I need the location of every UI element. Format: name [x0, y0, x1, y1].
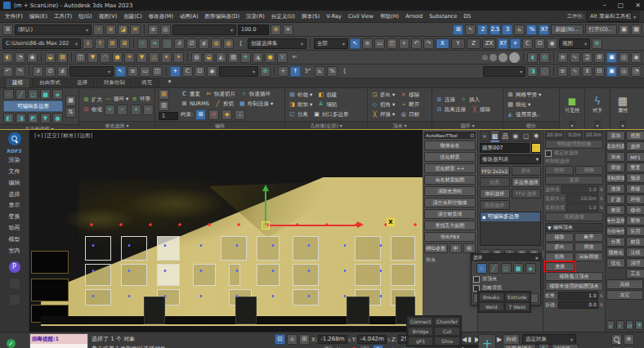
sun-icon[interactable]: ☀: [161, 52, 172, 63]
ribbon-collapse-icon[interactable]: ▾: [164, 77, 175, 87]
revert-button[interactable]: 复原: [545, 176, 603, 185]
snap-2d-icon[interactable]: 2: [477, 25, 488, 35]
ribbon-group-loops[interactable]: 循环 ▾: [432, 121, 503, 129]
save-plus-icon[interactable]: ▦: [631, 25, 642, 35]
ring-grow-icon[interactable]: +: [131, 105, 141, 115]
select-name-icon[interactable]: ≡: [127, 66, 138, 77]
ribbon-tab[interactable]: 对象绘制: [96, 78, 132, 87]
grow-button[interactable]: ⊞扩大: [83, 96, 102, 105]
remove-vertex-button[interactable]: 移除: [545, 233, 574, 242]
layer-dropdown[interactable]: (默认)▾: [15, 25, 92, 35]
plugin-button[interactable]: 扩选: [606, 194, 625, 204]
tree-icon[interactable]: △: [149, 52, 159, 63]
plugin-button[interactable]: MF1: [626, 152, 644, 162]
sidebar-item[interactable]: 室内: [9, 247, 20, 256]
ring-button[interactable]: ≡环形: [131, 95, 154, 104]
isolate-icon[interactable]: ◎: [160, 25, 171, 35]
region-rect-icon[interactable]: ▭: [140, 66, 150, 77]
pivot-icon[interactable]: ◉: [547, 38, 557, 49]
cut-button[interactable]: ╱剪切: [214, 100, 234, 109]
spinner-snap-icon[interactable]: X?: [539, 25, 549, 35]
border-subobject-icon[interactable]: ◻: [501, 263, 512, 274]
bind-spacewarp-icon[interactable]: ≴: [199, 38, 209, 49]
orbit-icon[interactable]: ◔: [15, 52, 25, 63]
remove-unused-map-button[interactable]: 移除未使用的贴图顶点: [545, 282, 603, 291]
camera-icon[interactable]: ◉: [27, 52, 38, 63]
script-button[interactable]: 清除光滑组: [424, 186, 476, 196]
set-key-button[interactable]: 设置关键点: [503, 344, 536, 348]
minimize-button[interactable]: –: [603, 2, 606, 9]
polygon-subobject-icon[interactable]: ■: [513, 263, 524, 274]
brush-size-field[interactable]: 20.0m: [566, 194, 598, 203]
collapse-stack-icon[interactable]: ▼: [40, 113, 51, 123]
ab-icon[interactable]: ⊟: [594, 66, 605, 77]
sidebar-item[interactable]: 显示: [9, 201, 20, 210]
import-icon[interactable]: ⇓: [83, 38, 93, 49]
toggle-command-icon[interactable]: ⇅: [65, 107, 76, 118]
region-window-icon[interactable]: ◫: [152, 66, 163, 77]
nurms-button[interactable]: ⊞NURMS: [181, 100, 209, 109]
maximize-button[interactable]: ▢: [618, 2, 624, 9]
redo-view-icon[interactable]: ↷: [15, 66, 25, 77]
select-object-icon[interactable]: ↖: [350, 38, 360, 49]
select-brush-icon[interactable]: ↖: [465, 25, 476, 35]
xref-icon[interactable]: ⊠: [119, 38, 130, 49]
search-icon[interactable]: [8, 132, 21, 145]
sidebar-dim-icon-2[interactable]: [9, 294, 20, 306]
zoom-all-icon[interactable]: ⊕: [624, 334, 634, 345]
remove-button[interactable]: ✕移除: [400, 91, 419, 100]
circle-toggle-icon[interactable]: ◎: [360, 345, 370, 348]
reference-coord-dropdown[interactable]: 视图▾: [559, 38, 590, 49]
layer-manager-icon[interactable]: ≣: [2, 25, 13, 35]
display-tab[interactable]: ▢: [521, 131, 531, 142]
swiftloop-button[interactable]: ⊹快速循环: [240, 90, 271, 99]
new-scene-button[interactable]: 新建(N)...: [551, 25, 583, 35]
note-icon[interactable]: ◒: [45, 52, 56, 63]
create-tab[interactable]: ＋: [480, 131, 490, 142]
lasso-icon[interactable]: ◌: [162, 38, 172, 49]
plugin-button[interactable]: 自动等分: [606, 226, 625, 236]
plugin-c-icon[interactable]: c: [616, 320, 624, 330]
render-iterative-icon[interactable]: ◎: [619, 52, 629, 63]
undo-icon[interactable]: ↶: [411, 38, 422, 49]
constraint-face-icon[interactable]: ◆: [221, 109, 232, 120]
bulb-icon[interactable]: ●: [265, 52, 275, 63]
layers-icon[interactable]: ▨: [228, 52, 239, 63]
menu-item[interactable]: 动画(A): [180, 13, 199, 20]
plugin-button[interactable]: 材质: [626, 237, 644, 247]
teapot-b-icon[interactable]: ◍: [223, 38, 234, 49]
break-vertex-button[interactable]: 断开: [575, 233, 603, 242]
plugin-button[interactable]: 环绕: [626, 194, 644, 204]
attach-button[interactable]: ◨附加▾: [288, 100, 312, 109]
extrude-vertex-button[interactable]: 挤出: [545, 243, 574, 252]
ribbon-tab[interactable]: 选择: [69, 78, 95, 87]
ribbon-tab[interactable]: 自由形式: [32, 78, 68, 87]
modifier-set-button[interactable]: 多边形选择: [512, 177, 542, 187]
motion-tab[interactable]: ◉: [511, 131, 521, 142]
plugin-zhu-icon[interactable]: 朱: [635, 320, 643, 330]
poly-op-button[interactable]: Chamfer: [434, 317, 460, 326]
info-icon[interactable]: ◎: [619, 66, 629, 77]
modifier-stack[interactable]: ▪ 可编辑多边形: [480, 212, 541, 246]
script-button[interactable]: 物体命名: [424, 141, 476, 150]
modifier-set-button[interactable]: 挤出: [512, 166, 542, 176]
brush-options-button[interactable]: 笔刷选项: [545, 212, 603, 221]
dome-light-icon[interactable]: ◠: [100, 52, 110, 63]
polygon-mode-icon[interactable]: ■: [40, 89, 51, 100]
stack-item-editable-poly[interactable]: ▪ 可编辑多边形: [481, 212, 540, 221]
chamfer-vertex-button[interactable]: 切角: [545, 252, 574, 261]
plugin-button[interactable]: 修剪: [606, 205, 625, 215]
align-flyout[interactable]: ▾: [594, 121, 600, 129]
quickslice-button[interactable]: ✄快速切片: [205, 90, 235, 99]
poly-op-button[interactable]: Slice: [434, 337, 460, 346]
plugin-button[interactable]: 加点: [606, 152, 625, 162]
plugin-a-icon[interactable]: a: [606, 320, 615, 330]
poly-op-button[interactable]: Connect: [408, 317, 433, 326]
preview-off-icon[interactable]: ◧: [3, 113, 14, 123]
refresh-icon[interactable]: ↻: [323, 345, 333, 348]
select-placement-icon[interactable]: ◉: [207, 66, 217, 77]
layer-props-icon[interactable]: ≋: [130, 25, 141, 35]
select-layer-icon[interactable]: ◪: [118, 25, 128, 35]
ring-shrink-icon[interactable]: −: [143, 105, 154, 115]
plugin-other-button[interactable]: 其它: [606, 290, 643, 300]
